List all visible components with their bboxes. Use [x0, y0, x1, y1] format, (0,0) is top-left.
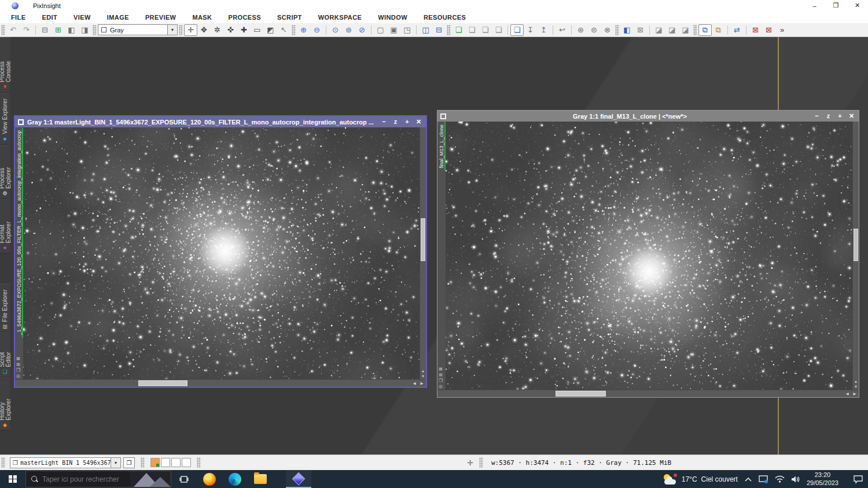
win-close-button[interactable]: ✕ — [415, 118, 422, 126]
win-iconize-button[interactable]: − — [381, 118, 387, 126]
workspace-a-icon[interactable]: ◪ — [652, 24, 665, 36]
fit-frame-icon[interactable]: ⊟ — [432, 24, 446, 36]
delete-preview-icon[interactable]: ◳ — [400, 24, 414, 36]
cast-icon[interactable] — [759, 475, 768, 483]
view-selector-combo[interactable]: ❐ masterLight_BIN_1_5496x3672_EXP ▼ — [10, 457, 121, 468]
image-window-titlebar[interactable]: Gray 1:1 final_M13_L_clone | <*new*> −z+… — [437, 111, 859, 122]
menu-resources[interactable]: RESOURCES — [415, 14, 474, 21]
notification-center-icon[interactable] — [853, 475, 863, 484]
zoom-to-fit-icon[interactable]: ⊚ — [342, 24, 355, 36]
edit-image-icon[interactable]: ❏ — [465, 24, 479, 36]
strip-mode-icon[interactable]: ❐ — [16, 368, 20, 373]
firefox-taskbar-button[interactable] — [197, 470, 222, 488]
app-restore-button[interactable]: ❐ — [825, 0, 847, 11]
taskbar-clock[interactable]: 23:20 29/05/2023 — [807, 471, 838, 487]
dock-tab-script-editor[interactable]: Script Editor ❏ — [0, 332, 10, 377]
menu-edit[interactable]: EDIT — [34, 14, 65, 21]
app-minimize-button[interactable]: – — [804, 0, 825, 11]
statusbar-grip[interactable] — [1, 457, 5, 468]
horizontal-scrollbar[interactable]: ◄ ► — [15, 379, 426, 387]
menu-file[interactable]: FILE — [3, 14, 34, 21]
center-tool-icon[interactable]: ✚ — [237, 24, 251, 36]
close-panel-icon[interactable]: ⊠ — [634, 24, 647, 36]
redo-icon[interactable]: ↷ — [20, 24, 33, 36]
edit-preview-tool-icon[interactable]: ◩ — [264, 24, 277, 36]
strip-mode-icon[interactable]: ⊞ — [16, 362, 20, 367]
scroll-down-icon[interactable]: ▼ — [853, 385, 859, 388]
strip-mode-icon[interactable]: ◎ — [439, 384, 443, 389]
pointer-mode-icon[interactable]: ✛ — [467, 458, 473, 467]
zoom-to-optimal-icon[interactable]: ⊘ — [355, 24, 369, 36]
strip-mode-icon[interactable]: ◎ — [16, 374, 20, 379]
modify-preview-icon[interactable]: ▣ — [387, 24, 400, 36]
readout-swatch[interactable] — [161, 458, 170, 467]
revert-image-icon[interactable]: ↩ — [556, 24, 569, 36]
scroll-up-icon[interactable]: ▲ — [853, 380, 859, 383]
new-preview-icon[interactable]: ▢ — [374, 24, 387, 36]
pixinsight-taskbar-button[interactable] — [286, 470, 311, 488]
readout-swatch[interactable] — [182, 458, 191, 467]
search-input[interactable] — [42, 475, 123, 483]
menu-script[interactable]: SCRIPT — [269, 14, 310, 21]
zoom-1-1-icon[interactable]: ⊙ — [329, 24, 342, 36]
scroll-up-icon[interactable]: ▲ — [420, 369, 426, 373]
strip-mode-icon[interactable]: ⊞ — [439, 373, 443, 377]
zoom-out-icon[interactable]: ⊖ — [310, 24, 323, 36]
duplicate-image-icon[interactable]: ◨ — [78, 24, 91, 36]
new-preview-tool-icon[interactable]: ▭ — [251, 24, 264, 36]
close-all-screens-icon[interactable]: ⊠ — [762, 24, 775, 36]
link-image-icon[interactable]: ❏ — [479, 24, 492, 36]
menu-preview[interactable]: PREVIEW — [137, 14, 185, 21]
app-close-button[interactable]: ✕ — [847, 0, 868, 11]
view-selector-strip[interactable]: _1_5496x3672_EXPOSURE_120_00s_FILTER_L_m… — [15, 127, 23, 379]
win-iconize-button[interactable]: − — [814, 112, 820, 120]
view-selector-dropdown-icon[interactable]: ▼ — [111, 458, 120, 468]
statusbar-grip[interactable] — [141, 457, 145, 468]
scroll-left-icon[interactable]: ◄ — [845, 391, 849, 397]
m13-image-canvas-right[interactable] — [446, 122, 852, 390]
menu-view[interactable]: VIEW — [65, 14, 99, 21]
horizontal-scroll-thumb[interactable] — [556, 391, 606, 397]
statusbar-grip[interactable] — [479, 457, 483, 468]
clone-image-icon[interactable]: ◧ — [65, 24, 78, 36]
scroll-right-icon[interactable]: ► — [852, 391, 857, 397]
menu-window[interactable]: WINDOW — [370, 14, 415, 21]
horizontal-scroll-thumb[interactable] — [138, 380, 187, 386]
win-fit-button[interactable]: z — [392, 118, 399, 126]
file-explorer-taskbar-button[interactable] — [248, 470, 273, 488]
workspace-c-icon[interactable]: ◪ — [679, 24, 692, 36]
vertical-scrollbar[interactable]: ▲ ▼ — [420, 127, 426, 379]
scroll-right-icon[interactable]: ► — [420, 381, 424, 386]
contract-tool-icon[interactable]: ✲ — [211, 24, 224, 36]
statusbar-grip[interactable] — [197, 457, 201, 468]
pan-tool-icon[interactable]: ✜ — [224, 24, 237, 36]
vertical-scrollbar[interactable]: ▲ ▼ — [852, 122, 859, 390]
image-settings-icon[interactable]: ⊛ — [574, 24, 587, 36]
menu-image[interactable]: IMAGE — [99, 14, 137, 21]
menu-process[interactable]: PROCESS — [220, 14, 269, 21]
close-screen-icon[interactable]: ⊠ — [749, 24, 762, 36]
dock-tab-format-explorer[interactable]: Format Explorer ● — [0, 199, 10, 254]
horizontal-scrollbar[interactable]: ◄ ► — [437, 390, 859, 397]
find-image-icon[interactable]: ❏ — [510, 24, 524, 36]
image-window-final-m13[interactable]: Gray 1:1 final_M13_L_clone | <*new*> −z+… — [437, 110, 859, 398]
expand-tool-icon[interactable]: ✥ — [197, 24, 211, 36]
image-history-icon[interactable]: ⊜ — [587, 24, 601, 36]
toolbar-overflow-icon[interactable]: » — [775, 24, 789, 36]
win-close-button[interactable]: ✕ — [848, 112, 855, 120]
vertical-scroll-thumb[interactable] — [854, 229, 858, 261]
scroll-down-icon[interactable]: ▼ — [420, 375, 426, 378]
zoom-in-icon[interactable]: ⊕ — [297, 24, 310, 36]
strip-mode-icon[interactable]: ⊠ — [16, 357, 20, 361]
menu-workspace[interactable]: WORKSPACE — [310, 14, 370, 21]
image-window-masterlight[interactable]: Gray 1:1 masterLight_BIN_1_5496x3672_EXP… — [14, 115, 427, 388]
split-view-icon[interactable]: ◫ — [419, 24, 432, 36]
scroll-left-icon[interactable]: ◄ — [412, 381, 417, 386]
strip-mode-icon[interactable]: ⊠ — [439, 367, 443, 372]
image-window-titlebar[interactable]: Gray 1:1 masterLight_BIN_1_5496x3672_EXP… — [15, 116, 426, 127]
unlink-image-icon[interactable]: ❏ — [492, 24, 505, 36]
import-image-icon[interactable]: ↧ — [524, 24, 537, 36]
readout-swatch[interactable] — [150, 458, 160, 467]
export-image-icon[interactable]: ↥ — [537, 24, 550, 36]
channel-selector[interactable]: Gray ▼ — [98, 24, 178, 35]
